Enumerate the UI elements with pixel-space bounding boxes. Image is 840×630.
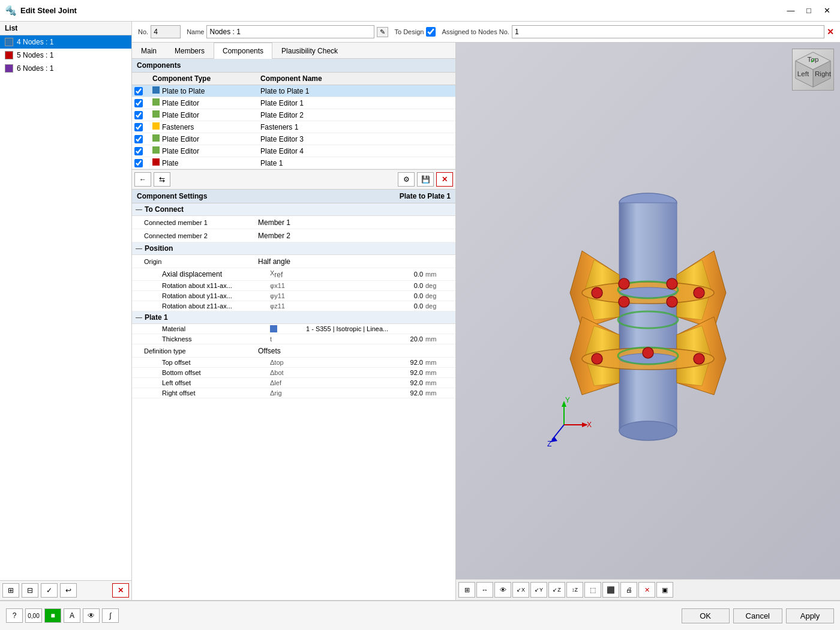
list-item[interactable]: 5 Nodes : 1 bbox=[0, 49, 131, 62]
close-button[interactable]: ✕ bbox=[818, 4, 835, 18]
vp-btn-z-up[interactable]: ↕Z bbox=[566, 582, 583, 598]
move-up-button[interactable]: ← bbox=[134, 172, 151, 187]
rot-y-value: 0.0 bbox=[306, 292, 423, 299]
comp-row[interactable]: Plate to Plate Plate to Plate 1 bbox=[132, 85, 455, 97]
to-design-label: To Design bbox=[394, 28, 424, 35]
connected-member-2-value: Member 2 bbox=[258, 232, 290, 240]
vp-btn-x-axis[interactable]: ↙X bbox=[512, 582, 529, 598]
comp-checkbox[interactable] bbox=[134, 87, 143, 95]
connected-member-1-row: Connected member 1 Member 1 bbox=[132, 216, 455, 229]
collapse-to-connect[interactable]: — bbox=[136, 206, 142, 213]
vp-btn-print[interactable]: 🖨 bbox=[620, 582, 637, 598]
minimize-button[interactable]: — bbox=[782, 4, 799, 18]
assigned-input[interactable] bbox=[512, 25, 824, 38]
tab-plausibility[interactable]: Plausibility Check bbox=[272, 43, 347, 59]
undo-icon-btn[interactable]: ↩ bbox=[60, 583, 77, 598]
tab-components[interactable]: Components bbox=[214, 43, 272, 59]
left-offset-unit: mm bbox=[423, 379, 453, 386]
vp-btn-select[interactable]: ⊞ bbox=[458, 582, 475, 598]
comp-row[interactable]: Plate Editor Plate Editor 4 bbox=[132, 145, 455, 157]
comp-delete-button[interactable]: ✕ bbox=[436, 172, 453, 187]
comp-row[interactable]: Plate Editor Plate Editor 1 bbox=[132, 97, 455, 109]
duplicate-icon-btn[interactable]: ⊟ bbox=[22, 583, 38, 598]
collapse-plate1[interactable]: — bbox=[136, 314, 142, 321]
bottom-offset-value: 92.0 bbox=[306, 369, 423, 376]
vp-btn-wireframe[interactable]: ⬚ bbox=[584, 582, 601, 598]
comp-checkbox[interactable] bbox=[134, 99, 143, 107]
vp-btn-z-axis[interactable]: ↙Z bbox=[548, 582, 565, 598]
comp-row[interactable]: Plate Editor Plate Editor 2 bbox=[132, 109, 455, 121]
comp-checkbox[interactable] bbox=[134, 159, 143, 167]
rot-z-value: 0.0 bbox=[306, 302, 423, 310]
maximize-button[interactable]: □ bbox=[800, 4, 817, 18]
svg-text:✓: ✓ bbox=[810, 56, 816, 64]
settings-header: Component Settings Plate to Plate 1 bbox=[132, 190, 455, 203]
comp-checkbox[interactable] bbox=[134, 135, 143, 143]
formula-button[interactable]: ∫ bbox=[102, 608, 119, 623]
bottom-offset-row: Bottom offset Δbot 92.0 mm bbox=[132, 368, 455, 378]
comp-save-button[interactable]: 💾 bbox=[417, 172, 434, 187]
comp-type: Plate Editor bbox=[152, 110, 260, 119]
vp-btn-view[interactable]: 👁 bbox=[494, 582, 511, 598]
move-down-button[interactable]: ⇆ bbox=[154, 172, 170, 187]
tab-main[interactable]: Main bbox=[132, 43, 166, 59]
top-offset-value: 92.0 bbox=[306, 359, 423, 366]
active-component-label: Plate to Plate 1 bbox=[400, 192, 451, 200]
svg-point-9 bbox=[619, 421, 677, 440]
list-item[interactable]: 4 Nodes : 1 bbox=[0, 35, 131, 49]
ok-button[interactable]: OK bbox=[682, 608, 730, 623]
help-button[interactable]: ? bbox=[6, 608, 23, 623]
list-item[interactable]: 6 Nodes : 1 bbox=[0, 62, 131, 75]
vp-btn-cancel[interactable]: ✕ bbox=[638, 582, 655, 598]
left-offset-value: 92.0 bbox=[306, 379, 423, 386]
plate1-label: Plate 1 bbox=[145, 313, 168, 322]
collapse-position[interactable]: — bbox=[136, 245, 142, 252]
comp-name: Plate Editor 1 bbox=[260, 99, 453, 107]
no-input[interactable] bbox=[151, 25, 181, 38]
bottom-left-icons: ? 0,00 ■ A 👁 ∫ bbox=[6, 608, 678, 623]
comp-row[interactable]: Plate Editor Plate Editor 3 bbox=[132, 133, 455, 145]
comp-checkbox[interactable] bbox=[134, 147, 143, 155]
text-button[interactable]: A bbox=[64, 608, 80, 623]
col-type-header: Component Type bbox=[152, 74, 260, 83]
to-design-checkbox[interactable] bbox=[426, 27, 436, 37]
top-offset-unit: mm bbox=[423, 359, 453, 366]
plate1-group: — Plate 1 bbox=[132, 311, 455, 324]
rot-x-value: 0.0 bbox=[306, 282, 423, 289]
vp-btn-pan[interactable]: ↔ bbox=[476, 582, 493, 598]
apply-button[interactable]: Apply bbox=[786, 608, 834, 623]
name-edit-button[interactable]: ✎ bbox=[377, 27, 388, 37]
vp-btn-settings[interactable]: ▣ bbox=[656, 582, 673, 598]
bottom-offset-symbol: Δbot bbox=[270, 369, 306, 376]
comp-toolbar: ← ⇆ ⚙ 💾 ✕ bbox=[132, 170, 455, 190]
delete-icon-btn[interactable]: ✕ bbox=[112, 583, 129, 598]
position-group: — Position bbox=[132, 242, 455, 255]
zero-button[interactable]: 0,00 bbox=[25, 608, 42, 623]
nav-cube[interactable]: Top Right Left ✓ bbox=[792, 49, 834, 91]
add-icon-btn[interactable]: ⊞ bbox=[2, 583, 19, 598]
rot-x-unit: deg bbox=[423, 282, 453, 289]
comp-row[interactable]: Fasteners Fasteners 1 bbox=[132, 121, 455, 133]
material-label: Material bbox=[162, 325, 270, 332]
cancel-button[interactable]: Cancel bbox=[733, 608, 782, 623]
comp-checkbox[interactable] bbox=[134, 111, 143, 119]
top-offset-label: Top offset bbox=[162, 359, 270, 366]
rot-y-label: Rotation about y11-ax... bbox=[162, 292, 270, 299]
svg-line-40 bbox=[552, 425, 564, 440]
viewport-canvas[interactable]: Top Right Left ✓ bbox=[456, 43, 840, 579]
3d-viewport: Top Right Left ✓ bbox=[456, 43, 840, 600]
check-icon-btn[interactable]: ✓ bbox=[41, 583, 58, 598]
config-panel: Main Members Components Plausibility Che… bbox=[132, 43, 456, 600]
viewport-toolbar: ⊞ ↔ 👁 ↙X ↙Y ↙Z ↕Z ⬚ ⬛ 🖨 ✕ ▣ bbox=[456, 579, 840, 600]
green-square-button[interactable]: ■ bbox=[44, 608, 61, 623]
name-input[interactable] bbox=[206, 25, 374, 38]
vp-btn-y-axis[interactable]: ↙Y bbox=[530, 582, 547, 598]
no-label: No. bbox=[138, 28, 148, 35]
tab-members[interactable]: Members bbox=[166, 43, 214, 59]
comp-settings-button[interactable]: ⚙ bbox=[398, 172, 415, 187]
comp-row[interactable]: Plate Plate 1 bbox=[132, 157, 455, 169]
comp-checkbox[interactable] bbox=[134, 123, 143, 131]
assigned-clear-button[interactable]: ✕ bbox=[827, 27, 834, 37]
eye-button[interactable]: 👁 bbox=[83, 608, 100, 623]
vp-btn-solid[interactable]: ⬛ bbox=[602, 582, 619, 598]
